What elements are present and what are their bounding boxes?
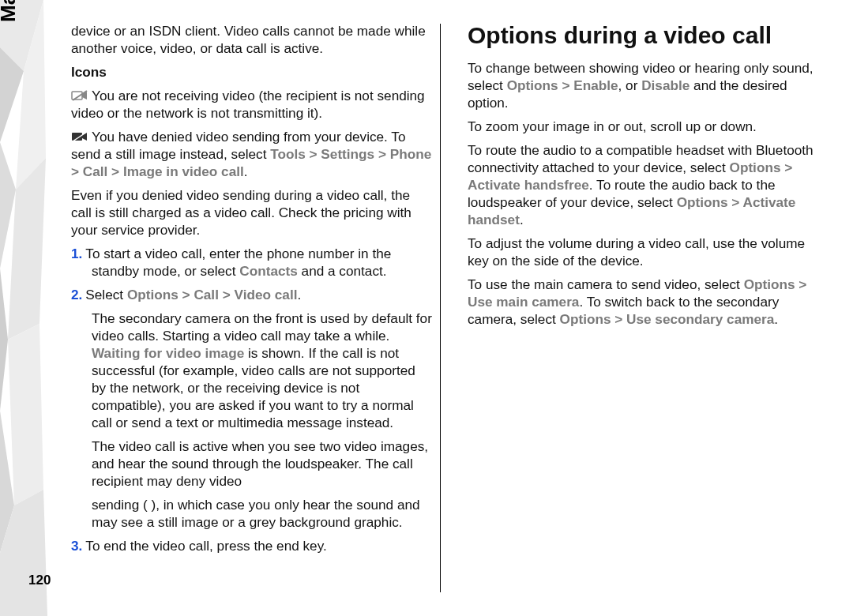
menu-path: Disable xyxy=(641,77,690,93)
svg-marker-6 xyxy=(8,324,43,505)
icon-description-no-video: You are not receiving video (the recipie… xyxy=(71,87,433,122)
step-2-explain: The secondary camera on the front is use… xyxy=(92,310,433,431)
step-3: 3.To end the video call, press the end k… xyxy=(92,537,433,554)
step-number: 1. xyxy=(71,246,82,261)
svg-marker-5 xyxy=(0,269,8,411)
icons-heading: Icons xyxy=(71,63,433,81)
menu-path: Contacts xyxy=(239,263,298,279)
step-number: 2. xyxy=(71,287,82,302)
section-title-vertical: Make calls xyxy=(0,0,21,22)
menu-path: Options > Enable xyxy=(507,77,618,93)
step-2: 2.Select Options > Call > Video call. xyxy=(92,286,433,303)
section-heading: Options during a video call xyxy=(468,22,829,48)
menu-path: Options > Use secondary camera xyxy=(560,311,775,327)
no-receive-video-icon xyxy=(71,88,88,101)
status-text: Waiting for video image xyxy=(92,345,244,361)
menu-path: Options > Call > Video call xyxy=(127,287,298,302)
step-1: 1.To start a video call, enter the phone… xyxy=(92,245,433,280)
ordered-list: 1.To start a video call, enter the phone… xyxy=(71,245,433,554)
page-body: device or an ISDN client. Video calls ca… xyxy=(71,22,829,592)
step-number: 3. xyxy=(71,538,82,554)
options-zoom: To zoom your image in or out, scroll up … xyxy=(468,118,829,135)
page-number: 120 xyxy=(28,573,51,588)
options-route-audio: To route the audio to a compatible heads… xyxy=(468,141,829,228)
options-camera: To use the main camera to send video, se… xyxy=(468,276,829,328)
options-volume: To adjust the volume during a video call… xyxy=(468,235,829,269)
step-2-sending-cont: sending ( ), in which case you only hear… xyxy=(92,496,433,531)
icon-description-denied-video: You have denied video sending from your … xyxy=(71,128,433,180)
step-2-active: The video call is active when you see tw… xyxy=(92,438,433,490)
background-polygons xyxy=(0,0,63,616)
intro-paragraph: device or an ISDN client. Video calls ca… xyxy=(71,22,433,57)
deny-send-video-icon xyxy=(71,130,88,142)
options-enable-disable: To change between showing video or heari… xyxy=(468,59,829,111)
charged-note: Even if you denied video sending during … xyxy=(71,186,433,239)
